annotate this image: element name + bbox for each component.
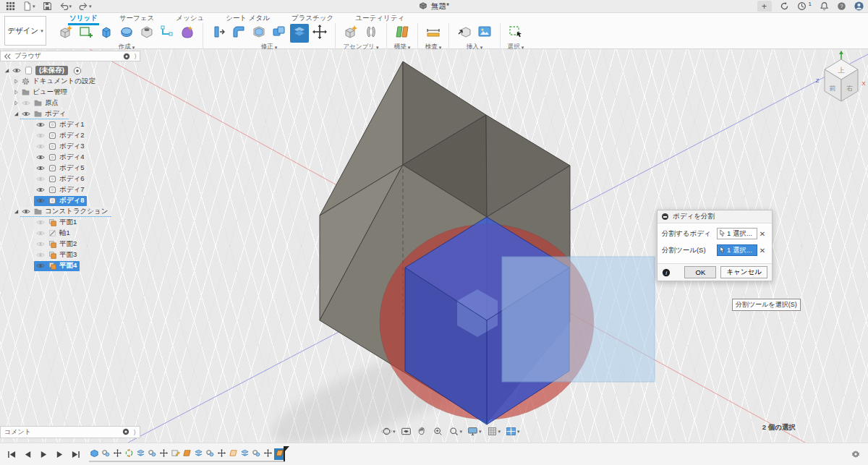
visibility-eye-icon[interactable]	[35, 121, 46, 128]
visibility-eye-icon[interactable]	[35, 197, 46, 204]
collapse-node-icon[interactable]	[3, 68, 10, 73]
browser-row-root-document[interactable]: (未保存)	[0, 65, 140, 76]
browser-row-axis-1[interactable]: 軸1	[0, 228, 140, 239]
press-pull-button[interactable]	[209, 24, 228, 43]
browser-row-construction-folder[interactable]: コンストラクション	[0, 206, 140, 217]
browser-row-plane-4[interactable]: 平面4	[0, 260, 140, 271]
browser-row-body-7[interactable]: ボディ7	[0, 184, 140, 195]
help-button[interactable]: ?	[837, 1, 846, 11]
hole-button[interactable]	[137, 24, 156, 43]
timeline-feature-6[interactable]	[147, 448, 158, 460]
app-launcher-button[interactable]	[6, 1, 15, 11]
browser-row-body-3[interactable]: ボディ3	[0, 141, 140, 152]
timeline-feature-17[interactable]	[274, 448, 285, 460]
visibility-eye-icon[interactable]	[35, 132, 46, 139]
clear-selection-icon[interactable]: ✕	[757, 230, 767, 238]
view-cube[interactable]: 上 前 右 X Z	[800, 51, 868, 113]
step-forward-button[interactable]	[55, 451, 64, 458]
split-body-button[interactable]	[290, 24, 309, 43]
ok-button[interactable]: OK	[684, 266, 716, 278]
save-button[interactable]	[43, 1, 52, 11]
combine-button[interactable]	[270, 24, 289, 43]
browser-row-body-5[interactable]: ボディ5	[0, 163, 140, 174]
fillet-button[interactable]	[229, 24, 248, 43]
browser-row-plane-3[interactable]: 平面3	[0, 249, 140, 260]
visibility-eye-icon[interactable]	[35, 241, 46, 247]
zoom-button[interactable]	[433, 426, 443, 437]
comment-options-icon[interactable]	[122, 428, 129, 437]
timeline-feature-15[interactable]	[251, 448, 262, 460]
cancel-button[interactable]: キャンセル	[720, 266, 767, 278]
workspace-switcher[interactable]: デザイン ▾	[4, 16, 46, 46]
look-at-button[interactable]	[401, 426, 412, 437]
visibility-eye-icon[interactable]	[35, 187, 46, 193]
timeline-feature-9[interactable]	[182, 448, 192, 460]
visibility-eye-icon[interactable]	[35, 176, 46, 182]
collapse-panel-icon[interactable]	[4, 53, 11, 60]
insert-derive-button[interactable]	[455, 24, 474, 43]
construction-plane-button[interactable]	[393, 24, 412, 43]
shell-button[interactable]	[250, 24, 268, 43]
timeline-feature-14[interactable]	[239, 448, 250, 460]
tab-solid[interactable]: ソリッド	[68, 13, 99, 24]
browser-header[interactable]: ブラウザ ⟩	[0, 51, 140, 61]
pipe-button[interactable]	[158, 24, 176, 43]
timeline-settings-button[interactable]	[851, 449, 861, 459]
browser-row-body-1[interactable]: ボディ1	[0, 119, 140, 130]
tab-plastic[interactable]: プラスチック	[290, 13, 335, 24]
visibility-eye-icon[interactable]	[12, 67, 22, 74]
comment-panel[interactable]: コメント ⟩	[0, 426, 140, 438]
orbit-button[interactable]: ▾	[381, 426, 396, 437]
visibility-eye-icon[interactable]	[35, 143, 46, 150]
timeline-feature-13[interactable]	[228, 448, 239, 460]
revolve-button[interactable]	[117, 24, 136, 43]
expand-node-icon[interactable]	[12, 79, 20, 84]
visibility-eye-icon[interactable]	[35, 165, 46, 171]
timeline-feature-8[interactable]	[170, 448, 181, 460]
timeline-feature-4[interactable]	[124, 448, 135, 460]
collapse-node-icon[interactable]	[12, 111, 20, 116]
insert-image-button[interactable]	[475, 24, 494, 43]
visibility-eye-icon[interactable]	[35, 154, 46, 161]
visibility-eye-icon[interactable]	[35, 230, 46, 236]
new-tab-button[interactable]: +	[757, 1, 772, 12]
timeline-feature-1[interactable]	[89, 448, 100, 460]
tab-surface[interactable]: サーフェス	[118, 13, 156, 24]
grid-settings-button[interactable]: ▾	[487, 426, 501, 437]
notifications-button[interactable]	[820, 1, 829, 11]
visibility-eye-icon[interactable]	[35, 263, 46, 269]
go-to-end-button[interactable]	[71, 451, 80, 458]
fit-button[interactable]: ▾	[448, 426, 463, 437]
expand-node-icon[interactable]	[12, 90, 20, 95]
collapse-node-icon[interactable]	[12, 209, 20, 214]
split-bodies-selection-button[interactable]: 1 選択...	[717, 228, 757, 239]
pan-button[interactable]	[417, 426, 427, 437]
assembly-new-component-button[interactable]	[341, 24, 360, 43]
timeline-playhead-marker[interactable]	[284, 446, 289, 452]
dialog-title-bar[interactable]: ボディを分割	[658, 210, 772, 223]
measure-button[interactable]	[424, 24, 443, 43]
timeline-feature-3[interactable]	[112, 448, 123, 460]
visibility-eye-icon[interactable]	[35, 252, 46, 258]
document-tab[interactable]: 無題*	[419, 1, 449, 12]
timeline-feature-10[interactable]	[193, 448, 204, 460]
browser-row-body-4[interactable]: ボディ4	[0, 152, 140, 163]
timeline-feature-12[interactable]	[216, 448, 227, 460]
tab-utilities[interactable]: ユーティリティ	[354, 13, 406, 24]
clear-selection-icon[interactable]: ✕	[757, 247, 767, 255]
select-tool-button[interactable]	[506, 24, 525, 43]
split-tool-selection-button[interactable]: 1 選択...	[717, 244, 757, 256]
timeline-feature-7[interactable]	[158, 448, 169, 460]
browser-row-bodies-folder[interactable]: ボディ	[0, 108, 140, 119]
browser-row-plane-2[interactable]: 平面2	[0, 239, 140, 249]
tab-mesh[interactable]: メッシュ	[174, 13, 205, 24]
timeline-feature-5[interactable]	[135, 448, 146, 460]
undo-button[interactable]: ▾	[59, 1, 72, 11]
visibility-eye-icon[interactable]	[21, 100, 31, 106]
timeline-feature-11[interactable]	[205, 448, 216, 460]
timeline-feature-16[interactable]	[263, 448, 273, 460]
viewports-button[interactable]: ▾	[506, 426, 520, 437]
create-sketch-button[interactable]	[77, 24, 95, 43]
browser-row-body-8[interactable]: ボディ8	[0, 195, 140, 206]
timeline-feature-2[interactable]	[101, 448, 111, 460]
